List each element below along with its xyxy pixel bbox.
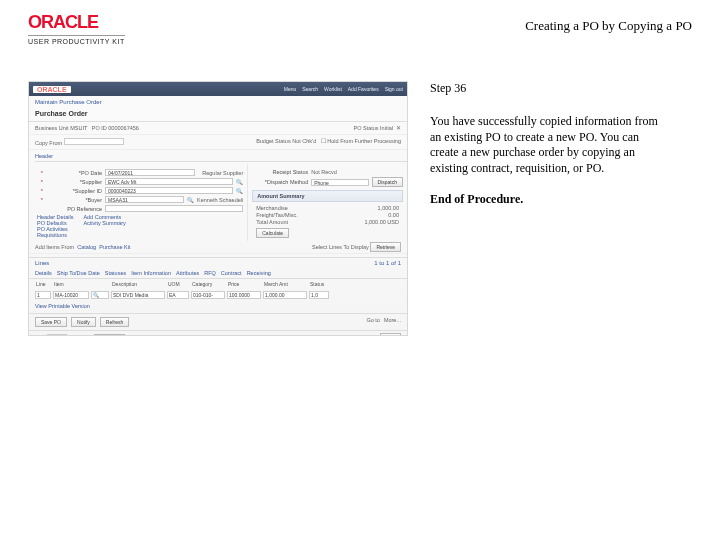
- app-topnav: Menu Search Worklist Add Favorites Sign …: [284, 86, 403, 92]
- po-date-input: 04/07/2011: [105, 169, 195, 176]
- end-of-procedure: End of Procedure.: [430, 192, 670, 207]
- k: *PO Date: [46, 170, 102, 176]
- breadcrumb: Maintain Purchase Order: [29, 96, 407, 108]
- dispatch-button: Dispatch: [372, 177, 403, 187]
- k: PO Reference: [46, 206, 102, 212]
- line-tab: RFQ: [204, 270, 216, 276]
- k: *Supplier ID: [46, 188, 102, 194]
- poref-input: [105, 205, 243, 212]
- instruction-body: You have successfully copied information…: [430, 114, 670, 176]
- gc: 1: [35, 291, 51, 299]
- add-items-label: Add Items From: [35, 244, 74, 250]
- budget-label: Budget Status: [256, 138, 291, 144]
- line-tab: Ship To/Due Date: [57, 270, 100, 276]
- view-printable-link: View Printable Version: [29, 301, 407, 311]
- upk-label: USER PRODUCTIVITY KIT: [28, 35, 125, 45]
- gc: MA-10020: [53, 291, 89, 299]
- k: *Supplier: [46, 179, 102, 185]
- poid-label: PO ID: [92, 125, 107, 131]
- amount-summary-header: Amount Summary: [252, 190, 403, 202]
- header-tab: Header: [35, 153, 53, 159]
- lines-meta: 1 to 1 of 1: [374, 260, 401, 266]
- sup-sub: Regular Supplier: [202, 170, 243, 176]
- brand-block: ORACLE USER PRODUCTIVITY KIT: [28, 12, 125, 45]
- v: 1,000.00: [378, 205, 399, 211]
- postatus-value: Initial: [380, 125, 393, 131]
- gc: 🔍: [91, 291, 109, 299]
- catalog-link: Catalog: [77, 244, 96, 250]
- selectlines-label: Select Lines To Display: [312, 244, 369, 250]
- k: Merchandise: [256, 205, 288, 211]
- budget-value: Not Chk'd: [292, 138, 316, 144]
- doc-title: Creating a PO by Copying a PO: [525, 18, 692, 34]
- line-tab: Details: [35, 270, 52, 276]
- gc: EA: [167, 291, 189, 299]
- curr: USD: [387, 219, 399, 225]
- app-logo: ORACLE: [33, 86, 71, 93]
- line-tab: Item Information: [131, 270, 171, 276]
- supplier-input: EWC Adv Mt: [105, 178, 233, 185]
- more-label: More...: [384, 317, 401, 327]
- link: Requisitions: [37, 232, 73, 238]
- postatus-label: PO Status: [353, 125, 378, 131]
- refresh-button: Refresh: [100, 317, 130, 327]
- retrieve-button-2: Retrieve: [94, 334, 125, 336]
- gh: UOM: [167, 281, 189, 289]
- gc: 1,000.00: [263, 291, 307, 299]
- gh: Category: [191, 281, 225, 289]
- poid-value: 0000067456: [108, 125, 139, 131]
- dispatch-input: Phone: [311, 179, 368, 186]
- add-button: Add: [380, 333, 401, 336]
- supplierid-input: 0000040223: [105, 187, 233, 194]
- k: Freight/Tax/Misc.: [256, 212, 298, 218]
- gh: [91, 281, 109, 289]
- nav-item: Worklist: [324, 86, 342, 92]
- link: Activity Summary: [83, 220, 125, 226]
- nav-item: Search: [302, 86, 318, 92]
- nav-item: Add Favorites: [348, 86, 379, 92]
- gh: Price: [227, 281, 261, 289]
- k: Total Amount: [256, 219, 288, 225]
- gh: Merch Amt: [263, 281, 307, 289]
- save-button: Save PO: [35, 317, 67, 327]
- lines-label: Lines: [35, 260, 49, 266]
- gc: 1,0: [309, 291, 329, 299]
- nav-item: Menu: [284, 86, 297, 92]
- v: Not Recvd: [311, 169, 337, 175]
- v: 0.00: [388, 212, 399, 218]
- nav-item: Sign out: [385, 86, 403, 92]
- oracle-logo: ORACLE: [28, 12, 125, 33]
- calc-button: Calculate: [256, 228, 289, 238]
- k: Receipt Status: [252, 169, 308, 175]
- k: *Dispatch Method: [252, 179, 308, 185]
- gh: Status: [309, 281, 329, 289]
- line-tab: Receiving: [247, 270, 271, 276]
- gh: Description: [111, 281, 165, 289]
- bu-label: Business Unit: [35, 125, 69, 131]
- bu-value: MSUIT: [70, 125, 87, 131]
- notify-button: Notify: [71, 317, 96, 327]
- gh: Item: [53, 281, 89, 289]
- v: 1,000.00: [364, 219, 385, 225]
- goto-label: Go to: [366, 317, 379, 327]
- page-title: Purchase Order: [29, 108, 407, 122]
- gc: 100.0000: [227, 291, 261, 299]
- line-tab: Attributes: [176, 270, 199, 276]
- purchkit-link: Purchase Kit: [99, 244, 130, 250]
- instruction-panel: Step 36 You have successfully copied inf…: [430, 81, 670, 336]
- gc: SDI DVD Media: [111, 291, 165, 299]
- hold-label: Hold From Further Processing: [327, 138, 401, 144]
- k: *Buyer: [46, 197, 102, 203]
- retrieve-button: Retrieve: [370, 242, 401, 252]
- app-screenshot: ORACLE Menu Search Worklist Add Favorite…: [28, 81, 408, 336]
- buyer-input: MSAA31: [105, 196, 184, 203]
- gc: 010-010-: [191, 291, 225, 299]
- buyer-name: Kenneth Schaedeli: [197, 197, 243, 203]
- line-tab: Statuses: [105, 270, 126, 276]
- gh: Line: [35, 281, 51, 289]
- step-label: Step 36: [430, 81, 670, 96]
- line-tab: Contract: [221, 270, 242, 276]
- copyfrom-label: Copy From: [35, 140, 62, 146]
